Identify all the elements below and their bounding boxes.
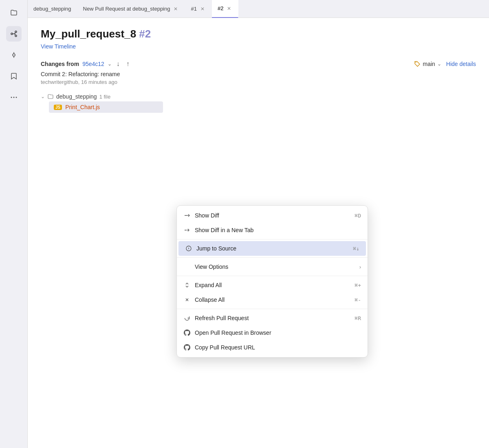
- menu-item-view-options[interactable]: View Options ›: [177, 259, 368, 274]
- file-count: 1 file: [99, 94, 110, 100]
- sidebar: [0, 0, 28, 448]
- refresh-icon: [183, 314, 191, 322]
- menu-shortcut: ⌘↓: [353, 246, 359, 252]
- menu-shortcut: ⌘R: [355, 315, 361, 321]
- menu-item-label: Copy Pull Request URL: [195, 344, 255, 351]
- chevron-down-folder-icon: ⌄: [41, 94, 45, 99]
- commit-hash[interactable]: 95e4c12: [82, 61, 104, 67]
- branch-chevron-icon: ⌄: [437, 61, 441, 67]
- menu-shortcut: ⌘-: [355, 297, 361, 303]
- submenu-arrow-icon: ›: [359, 264, 361, 270]
- view-timeline-link[interactable]: View Timeline: [41, 43, 76, 50]
- tab-close-2[interactable]: ✕: [226, 5, 232, 12]
- chevron-down-icon: ⌄: [108, 61, 112, 67]
- menu-item-label: Show Diff in a New Tab: [195, 227, 253, 233]
- menu-item-open-in-browser[interactable]: Open Pull Request in Browser: [177, 325, 368, 340]
- jump-icon: [185, 245, 192, 252]
- menu-divider-2: [177, 257, 368, 258]
- file-row[interactable]: JS Print_Chart.js: [49, 101, 163, 113]
- js-badge: JS: [54, 105, 62, 110]
- sidebar-icon-commit[interactable]: [6, 47, 22, 63]
- menu-item-jump-to-source[interactable]: Jump to Source ⌘↓: [178, 241, 366, 256]
- pr-number: #2: [139, 28, 151, 40]
- tab-pr-2[interactable]: #2 ✕: [212, 0, 238, 18]
- view-options-icon: [183, 263, 191, 270]
- tab-pr-1[interactable]: #1 ✕: [185, 0, 211, 18]
- menu-item-label: Open Pull Request in Browser: [195, 329, 271, 336]
- menu-item-label: Refresh Pull Request: [195, 315, 249, 321]
- svg-point-0: [11, 33, 13, 35]
- file-tree-header: ⌄ debug_stepping 1 file: [41, 93, 476, 100]
- menu-shortcut: ⌘D: [355, 213, 361, 219]
- svg-point-2: [15, 35, 17, 37]
- menu-item-expand-all[interactable]: Expand All ⌘+: [177, 278, 368, 292]
- tab-close-1[interactable]: ✕: [199, 6, 206, 12]
- expand-icon: [183, 281, 191, 289]
- commit-meta: techwritergithub, 16 minutes ago: [41, 79, 476, 85]
- menu-item-label: Expand All: [195, 282, 222, 288]
- menu-item-label: Show Diff: [195, 212, 219, 219]
- commit-message: Commit 2: Refactoring: rename: [41, 71, 476, 77]
- tab-label: #1: [191, 6, 196, 12]
- content-area: My_pull_request_8 #2 View Timeline Chang…: [28, 18, 489, 448]
- menu-item-show-diff[interactable]: Show Diff ⌘D: [177, 208, 368, 223]
- folder-tree-icon: [47, 93, 54, 100]
- tab-close-new-pr[interactable]: ✕: [172, 6, 179, 12]
- changes-right: main ⌄ Hide details: [414, 61, 476, 67]
- menu-divider-3: [177, 276, 368, 276]
- github-icon-2: [183, 344, 191, 351]
- hide-details-link[interactable]: Hide details: [446, 61, 476, 67]
- svg-point-6: [11, 97, 12, 98]
- menu-item-show-diff-new-tab[interactable]: Show Diff in a New Tab: [177, 223, 368, 237]
- tab-label: debug_stepping: [33, 6, 71, 12]
- tab-label: New Pull Request at debug_stepping: [83, 6, 170, 12]
- svg-point-8: [15, 97, 17, 98]
- menu-divider-1: [177, 239, 368, 239]
- diff-icon: [183, 212, 191, 219]
- menu-shortcut: ⌘+: [355, 282, 361, 288]
- pr-title: My_pull_request_8 #2: [41, 28, 476, 40]
- svg-point-9: [416, 62, 416, 63]
- tab-bar: debug_stepping New Pull Request at debug…: [28, 0, 489, 18]
- menu-item-label: Jump to Source: [196, 245, 236, 252]
- changes-from-label: Changes from: [41, 61, 79, 67]
- folder-name: debug_stepping: [56, 93, 97, 100]
- context-menu: Show Diff ⌘D Show Diff in a New Tab: [176, 205, 368, 358]
- menu-item-collapse-all[interactable]: Collapse All ⌘-: [177, 292, 368, 307]
- sidebar-icon-more[interactable]: [6, 90, 22, 105]
- changes-bar: Changes from 95e4c12 ⌄ ↓ ↑ main ⌄ Hide d…: [41, 59, 476, 68]
- prev-commit-button[interactable]: ↓: [115, 59, 121, 68]
- diff-new-tab-icon: [183, 226, 191, 234]
- tab-label: #2: [218, 5, 223, 11]
- tab-new-pull-request[interactable]: New Pull Request at debug_stepping ✕: [77, 0, 185, 18]
- collapse-icon: [183, 296, 191, 303]
- svg-point-3: [13, 54, 15, 56]
- menu-divider-4: [177, 309, 368, 309]
- tab-debug-stepping[interactable]: debug_stepping: [28, 0, 77, 18]
- sidebar-icon-bookmark[interactable]: [6, 68, 22, 84]
- pr-title-text: My_pull_request_8: [41, 28, 136, 40]
- branch-name: main: [423, 61, 435, 67]
- menu-item-label: View Options: [195, 264, 228, 270]
- menu-item-copy-pr-url[interactable]: Copy Pull Request URL: [177, 340, 368, 355]
- next-commit-button[interactable]: ↑: [125, 59, 131, 68]
- sidebar-icon-git[interactable]: [6, 26, 22, 42]
- svg-point-7: [13, 97, 14, 98]
- changes-left: Changes from 95e4c12 ⌄ ↓ ↑: [41, 59, 131, 68]
- github-icon: [183, 329, 191, 336]
- menu-item-refresh-pr[interactable]: Refresh Pull Request ⌘R: [177, 311, 368, 325]
- menu-item-label: Collapse All: [195, 296, 225, 303]
- svg-point-1: [15, 31, 17, 33]
- sidebar-icon-folder[interactable]: [6, 5, 22, 20]
- main-panel: debug_stepping New Pull Request at debug…: [28, 0, 489, 448]
- tag-icon: [414, 61, 421, 67]
- file-name: Print_Chart.js: [65, 104, 100, 110]
- branch-tag: main ⌄: [414, 61, 441, 67]
